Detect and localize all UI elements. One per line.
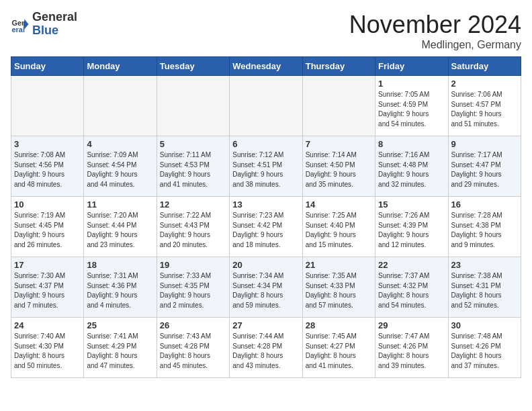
calendar-cell (84, 76, 157, 136)
day-number: 24 (14, 320, 81, 330)
svg-text:▶: ▶ (24, 21, 29, 28)
calendar-cell: 21Sunrise: 7:35 AM Sunset: 4:33 PM Dayli… (302, 257, 375, 318)
column-header-wednesday: Wednesday (230, 57, 302, 76)
logo-general-text: General (32, 11, 77, 24)
calendar-week-4: 17Sunrise: 7:30 AM Sunset: 4:37 PM Dayli… (11, 257, 521, 318)
calendar-cell: 3Sunrise: 7:08 AM Sunset: 4:56 PM Daylig… (11, 136, 84, 197)
calendar-cell: 9Sunrise: 7:17 AM Sunset: 4:47 PM Daylig… (448, 136, 521, 197)
calendar-cell: 12Sunrise: 7:22 AM Sunset: 4:43 PM Dayli… (157, 197, 229, 257)
day-number: 10 (14, 199, 81, 210)
day-info: Sunrise: 7:09 AM Sunset: 4:54 PM Dayligh… (87, 150, 153, 189)
day-number: 18 (87, 260, 153, 270)
main-title: November 2024 (349, 11, 521, 39)
day-info: Sunrise: 7:28 AM Sunset: 4:38 PM Dayligh… (451, 211, 518, 250)
day-info: Sunrise: 7:35 AM Sunset: 4:33 PM Dayligh… (306, 271, 372, 310)
day-number: 19 (160, 260, 226, 270)
calendar-cell: 14Sunrise: 7:25 AM Sunset: 4:40 PM Dayli… (302, 197, 375, 257)
title-section: November 2024 Medlingen, Germany (349, 11, 521, 51)
day-number: 16 (451, 199, 518, 210)
calendar-cell: 19Sunrise: 7:33 AM Sunset: 4:35 PM Dayli… (157, 257, 229, 318)
logo-text: General Blue (32, 11, 77, 38)
calendar-cell: 4Sunrise: 7:09 AM Sunset: 4:54 PM Daylig… (84, 136, 157, 197)
column-header-sunday: Sunday (11, 57, 84, 76)
calendar-cell: 20Sunrise: 7:34 AM Sunset: 4:34 PM Dayli… (230, 257, 302, 318)
day-number: 30 (451, 320, 518, 330)
column-header-thursday: Thursday (302, 57, 375, 76)
day-number: 1 (378, 79, 445, 89)
day-number: 15 (378, 199, 445, 210)
calendar-cell: 5Sunrise: 7:11 AM Sunset: 4:53 PM Daylig… (157, 136, 229, 197)
calendar-cell: 11Sunrise: 7:20 AM Sunset: 4:44 PM Dayli… (84, 197, 157, 257)
calendar-cell: 8Sunrise: 7:16 AM Sunset: 4:48 PM Daylig… (375, 136, 448, 197)
calendar-cell (157, 76, 229, 136)
calendar-cell: 10Sunrise: 7:19 AM Sunset: 4:45 PM Dayli… (11, 197, 84, 257)
calendar-cell: 7Sunrise: 7:14 AM Sunset: 4:50 PM Daylig… (302, 136, 375, 197)
day-number: 29 (378, 320, 445, 330)
day-info: Sunrise: 7:48 AM Sunset: 4:26 PM Dayligh… (451, 332, 518, 371)
header: Gen eral ▶ General Blue November 2024 Me… (11, 11, 521, 51)
day-info: Sunrise: 7:43 AM Sunset: 4:28 PM Dayligh… (160, 332, 226, 371)
day-info: Sunrise: 7:45 AM Sunset: 4:27 PM Dayligh… (306, 332, 372, 371)
logo: Gen eral ▶ General Blue (11, 11, 77, 38)
calendar-week-5: 24Sunrise: 7:40 AM Sunset: 4:30 PM Dayli… (11, 318, 521, 378)
day-number: 13 (232, 199, 299, 210)
day-info: Sunrise: 7:41 AM Sunset: 4:29 PM Dayligh… (87, 332, 153, 371)
day-info: Sunrise: 7:40 AM Sunset: 4:30 PM Dayligh… (14, 332, 81, 371)
day-info: Sunrise: 7:22 AM Sunset: 4:43 PM Dayligh… (160, 211, 226, 250)
day-info: Sunrise: 7:11 AM Sunset: 4:53 PM Dayligh… (160, 150, 226, 189)
calendar-cell: 26Sunrise: 7:43 AM Sunset: 4:28 PM Dayli… (157, 318, 229, 378)
day-number: 17 (14, 260, 81, 270)
day-info: Sunrise: 7:38 AM Sunset: 4:31 PM Dayligh… (451, 271, 518, 310)
column-header-monday: Monday (84, 57, 157, 76)
subtitle: Medlingen, Germany (349, 39, 521, 51)
day-info: Sunrise: 7:23 AM Sunset: 4:42 PM Dayligh… (232, 211, 299, 250)
day-number: 22 (378, 260, 445, 270)
day-info: Sunrise: 7:34 AM Sunset: 4:34 PM Dayligh… (232, 271, 299, 310)
day-info: Sunrise: 7:12 AM Sunset: 4:51 PM Dayligh… (232, 150, 299, 189)
day-number: 7 (306, 139, 372, 149)
column-header-friday: Friday (375, 57, 448, 76)
day-number: 9 (451, 139, 518, 149)
calendar-cell: 6Sunrise: 7:12 AM Sunset: 4:51 PM Daylig… (230, 136, 302, 197)
day-number: 26 (160, 320, 226, 330)
day-number: 12 (160, 199, 226, 210)
logo-blue-text: Blue (32, 24, 77, 38)
day-info: Sunrise: 7:17 AM Sunset: 4:47 PM Dayligh… (451, 150, 518, 189)
day-info: Sunrise: 7:47 AM Sunset: 4:26 PM Dayligh… (378, 332, 445, 371)
calendar-cell: 27Sunrise: 7:44 AM Sunset: 4:28 PM Dayli… (230, 318, 302, 378)
calendar-cell (11, 76, 84, 136)
calendar-table: SundayMondayTuesdayWednesdayThursdayFrid… (11, 56, 521, 378)
day-number: 4 (87, 139, 153, 149)
calendar-cell: 22Sunrise: 7:37 AM Sunset: 4:32 PM Dayli… (375, 257, 448, 318)
day-info: Sunrise: 7:19 AM Sunset: 4:45 PM Dayligh… (14, 211, 81, 250)
calendar-cell: 30Sunrise: 7:48 AM Sunset: 4:26 PM Dayli… (448, 318, 521, 378)
calendar-cell (230, 76, 302, 136)
day-info: Sunrise: 7:33 AM Sunset: 4:35 PM Dayligh… (160, 271, 226, 310)
day-number: 2 (451, 79, 518, 89)
calendar-cell: 15Sunrise: 7:26 AM Sunset: 4:39 PM Dayli… (375, 197, 448, 257)
calendar-cell: 25Sunrise: 7:41 AM Sunset: 4:29 PM Dayli… (84, 318, 157, 378)
column-header-saturday: Saturday (448, 57, 521, 76)
day-info: Sunrise: 7:14 AM Sunset: 4:50 PM Dayligh… (306, 150, 372, 189)
day-info: Sunrise: 7:44 AM Sunset: 4:28 PM Dayligh… (232, 332, 299, 371)
day-number: 6 (232, 139, 299, 149)
calendar-header-row: SundayMondayTuesdayWednesdayThursdayFrid… (11, 57, 521, 76)
day-number: 8 (378, 139, 445, 149)
calendar-week-2: 3Sunrise: 7:08 AM Sunset: 4:56 PM Daylig… (11, 136, 521, 197)
day-info: Sunrise: 7:25 AM Sunset: 4:40 PM Dayligh… (306, 211, 372, 250)
day-info: Sunrise: 7:08 AM Sunset: 4:56 PM Dayligh… (14, 150, 81, 189)
day-number: 27 (232, 320, 299, 330)
day-info: Sunrise: 7:31 AM Sunset: 4:36 PM Dayligh… (87, 271, 153, 310)
calendar-cell: 18Sunrise: 7:31 AM Sunset: 4:36 PM Dayli… (84, 257, 157, 318)
day-info: Sunrise: 7:30 AM Sunset: 4:37 PM Dayligh… (14, 271, 81, 310)
calendar-cell: 17Sunrise: 7:30 AM Sunset: 4:37 PM Dayli… (11, 257, 84, 318)
logo-icon: Gen eral ▶ (11, 15, 30, 34)
day-number: 5 (160, 139, 226, 149)
day-number: 28 (306, 320, 372, 330)
calendar-cell: 28Sunrise: 7:45 AM Sunset: 4:27 PM Dayli… (302, 318, 375, 378)
calendar-cell: 13Sunrise: 7:23 AM Sunset: 4:42 PM Dayli… (230, 197, 302, 257)
day-number: 3 (14, 139, 81, 149)
calendar-cell: 24Sunrise: 7:40 AM Sunset: 4:30 PM Dayli… (11, 318, 84, 378)
day-number: 11 (87, 199, 153, 210)
day-info: Sunrise: 7:26 AM Sunset: 4:39 PM Dayligh… (378, 211, 445, 250)
